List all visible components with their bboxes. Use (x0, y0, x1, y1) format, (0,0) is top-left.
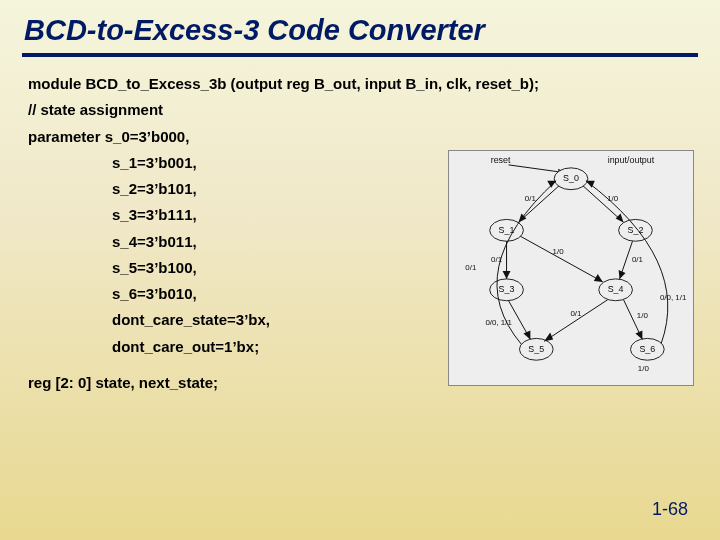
edge-s0-s2: 1/0 (607, 194, 619, 203)
svg-marker-16 (547, 181, 556, 188)
state-diagram: reset input/output S_0 S_1 S_2 0/1 1/0 S… (448, 150, 694, 386)
svg-marker-13 (523, 330, 530, 339)
svg-marker-8 (503, 271, 511, 279)
edge-s4-s5: 0/1 (570, 309, 582, 318)
node-s0: S_0 (563, 173, 579, 183)
node-s6: S_6 (639, 344, 655, 354)
node-s2: S_2 (628, 225, 644, 235)
svg-marker-5 (616, 213, 624, 222)
edge-s6-s0-a: 0/0, 1/1 (660, 293, 687, 302)
slide-title: BCD-to-Excess-3 Code Converter (0, 0, 720, 53)
node-s5: S_5 (528, 344, 544, 354)
state-comment: // state assignment (28, 97, 692, 123)
node-s4: S_4 (608, 284, 624, 294)
edge-s12-s4: 1/0 (553, 247, 565, 256)
edge-s6-s0-b: 1/0 (638, 364, 650, 373)
page-number: 1-68 (652, 499, 688, 520)
edge-s0-s1: 0/1 (525, 194, 537, 203)
param-head: parameter s_0=3’b000, (28, 124, 692, 150)
title-underline (22, 53, 698, 57)
edge-s2-s4: 0/1 (632, 255, 644, 264)
svg-marker-14 (544, 332, 553, 341)
edge-s4-s6: 1/0 (637, 311, 649, 320)
io-label: input/output (608, 155, 655, 165)
node-s3: S_3 (499, 284, 515, 294)
module-declaration: module BCD_to_Excess_3b (output reg B_ou… (28, 71, 692, 97)
reset-label: reset (491, 155, 511, 165)
edge-s5-s0: 0/1 (465, 263, 477, 272)
